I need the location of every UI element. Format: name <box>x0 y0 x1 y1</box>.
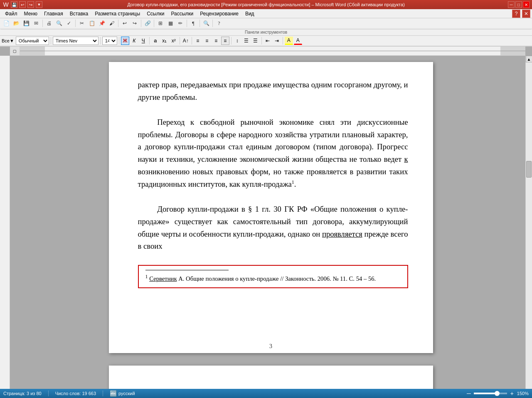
format-painter-icon[interactable]: 🖌 <box>107 19 116 27</box>
hyperlink-icon[interactable]: 🔗 <box>143 19 152 27</box>
scroll-up-button[interactable]: ▲ <box>526 56 532 62</box>
menu-view[interactable]: Вид <box>242 10 258 17</box>
page-scroll: рактер прав, передаваемых при продаже им… <box>10 56 525 398</box>
menu-review[interactable]: Рецензирование <box>197 10 242 17</box>
italic-button[interactable]: К <box>130 37 138 45</box>
drawing-icon[interactable]: ✏ <box>176 19 185 27</box>
zoom-percent: 150% <box>517 391 529 396</box>
table-icon[interactable]: ⊞ <box>156 19 165 27</box>
help-icon[interactable]: ? <box>512 10 520 18</box>
zoom-icon[interactable]: 🔍 <box>202 19 211 27</box>
paragraph-1: рактер прав, передаваемых при продаже им… <box>138 79 408 104</box>
menu-home[interactable]: Главная <box>41 10 66 17</box>
close-ribbon-btn[interactable]: ✕ <box>522 10 530 18</box>
list-bullet-btn[interactable]: ☰ <box>242 37 251 45</box>
align-justify-btn[interactable]: ≡ <box>221 37 229 45</box>
copy-icon[interactable]: 📋 <box>87 19 96 27</box>
style-selector[interactable]: Обычный <box>16 37 49 45</box>
app-window: W 💾 ↩ ↪ ▼ Договор купли-продажи, его раз… <box>0 0 532 398</box>
scroll-thumb[interactable] <box>526 161 532 178</box>
quick-save-btn[interactable]: 💾 <box>11 1 17 8</box>
redo-toolbar-icon[interactable]: ↪ <box>130 19 139 27</box>
align-right-btn[interactable]: ≡ <box>212 37 220 45</box>
highlight-color-btn[interactable]: A <box>285 37 293 45</box>
print-icon[interactable]: 🖨 <box>44 19 54 27</box>
zoom-control[interactable]: ─ + 150% <box>466 390 529 397</box>
zoom-slider-track[interactable] <box>474 393 507 394</box>
open-icon[interactable]: 📂 <box>12 19 21 27</box>
line-spacing-btn[interactable]: ↕ <box>233 37 241 45</box>
email-icon[interactable]: ✉ <box>32 19 41 27</box>
document-page-next <box>109 366 433 392</box>
word-count: Число слов: 19 663 <box>55 391 96 396</box>
title-bar: W 💾 ↩ ↪ ▼ Договор купли-продажи, его раз… <box>0 0 532 9</box>
title-bar-left: W 💾 ↩ ↪ ▼ <box>2 1 42 8</box>
zoom-in-btn[interactable]: + <box>509 390 515 397</box>
paragraph-spacer-2 <box>138 190 408 203</box>
language-text: русский <box>118 391 135 396</box>
vertical-scrollbar[interactable]: ▲ ▼ <box>525 56 532 398</box>
minimize-button[interactable]: ─ <box>508 1 515 8</box>
toolbar-row-1: 📄 📂 💾 ✉ 🖨 🔍 ✓ ✂ 📋 📌 🖌 ↩ ↪ 🔗 ⊞ ▦ ✏ ¶ <box>0 18 532 28</box>
status-bar: Страница: 3 из 80 Число слов: 19 663 🔤 р… <box>0 389 532 398</box>
language-indicator[interactable]: 🔤 русский <box>110 390 135 397</box>
menu-insert[interactable]: Вставка <box>66 10 92 17</box>
undo-btn[interactable]: ↩ <box>19 1 26 8</box>
underline-proyavlyaetsya: проявляется <box>322 230 362 238</box>
format-style-label: Все▼ <box>2 38 14 43</box>
menu-menu[interactable]: Меню <box>21 10 41 17</box>
status-right-area: ─ + 150% <box>466 390 529 397</box>
font-selector[interactable]: Times Nev <box>53 37 99 45</box>
indent-inc-btn[interactable]: ⇥ <box>273 37 281 45</box>
undo-toolbar-icon[interactable]: ↩ <box>120 19 129 27</box>
toolbar-panel-label: Панели инструментов <box>0 29 532 35</box>
zoom-slider-thumb[interactable] <box>495 391 500 396</box>
new-doc-icon[interactable]: 📄 <box>2 19 11 27</box>
close-button[interactable]: ✕ <box>523 1 530 8</box>
vertical-ruler <box>0 56 10 398</box>
align-left-btn[interactable]: ≡ <box>194 37 202 45</box>
paragraph-2: Переход к свободной рыночной экономике с… <box>138 116 408 190</box>
toolbar-area: 📄 📂 💾 ✉ 🖨 🔍 ✓ ✂ 📋 📌 🖌 ↩ ↪ 🔗 ⊞ ▦ ✏ ¶ <box>0 18 532 36</box>
scroll-track[interactable] <box>526 62 532 391</box>
menu-references[interactable]: Ссылки <box>143 10 167 17</box>
paragraph-spacer <box>138 104 408 116</box>
window-controls: ─ □ ✕ <box>508 1 530 8</box>
subscript-btn[interactable]: x₁ <box>160 37 169 45</box>
menu-layout[interactable]: Разметка страницы <box>91 10 143 17</box>
text-size-up-btn[interactable]: A↑ <box>182 37 190 45</box>
document-text: рактер прав, передаваемых при продаже им… <box>138 79 408 252</box>
strikethrough-btn[interactable]: a <box>151 37 160 45</box>
list-number-btn[interactable]: ☰ <box>251 37 260 45</box>
menu-file[interactable]: Файл <box>2 10 21 17</box>
redo-btn[interactable]: ↪ <box>27 1 34 8</box>
zoom-out-btn[interactable]: ─ <box>466 390 472 397</box>
font-size-selector[interactable]: 14 <box>102 37 117 45</box>
maximize-button[interactable]: □ <box>515 1 522 8</box>
bold-button[interactable]: Ж <box>121 37 129 45</box>
cut-icon[interactable]: ✂ <box>77 19 86 27</box>
save-icon[interactable]: 💾 <box>22 19 31 27</box>
help-toolbar-icon[interactable]: ? <box>214 19 224 27</box>
document-page: рактер прав, передаваемых при продаже им… <box>109 62 433 353</box>
superscript-btn[interactable]: x² <box>170 37 178 45</box>
content-area: ▢ рактер прав, передаваемых при продаже … <box>0 47 532 398</box>
font-color-btn[interactable]: A <box>294 37 302 45</box>
menu-mailings[interactable]: Рассылки <box>167 10 197 17</box>
page-number-footer: 3 <box>269 343 272 350</box>
horizontal-ruler <box>20 47 525 55</box>
zoom-slider-fill <box>474 393 497 394</box>
customize-btn[interactable]: ▼ <box>36 1 42 8</box>
print-preview-icon[interactable]: 🔍 <box>54 19 64 27</box>
columns-icon[interactable]: ▦ <box>166 19 175 27</box>
window-icon: W <box>2 1 9 8</box>
underline-button[interactable]: Ч <box>139 37 148 45</box>
paste-icon[interactable]: 📌 <box>97 19 106 27</box>
spell-check-icon[interactable]: ✓ <box>64 19 74 27</box>
indent-dec-btn[interactable]: ⇤ <box>264 37 272 45</box>
footnote-author-link[interactable]: Серветник <box>149 275 177 282</box>
pilcrow-icon[interactable]: ¶ <box>189 19 198 27</box>
document-scroll-area[interactable]: рактер прав, передаваемых при продаже им… <box>10 56 532 398</box>
footnote-text: 1 Серветник А. Общие положения о купле-п… <box>145 273 401 283</box>
align-center-btn[interactable]: ≡ <box>203 37 211 45</box>
